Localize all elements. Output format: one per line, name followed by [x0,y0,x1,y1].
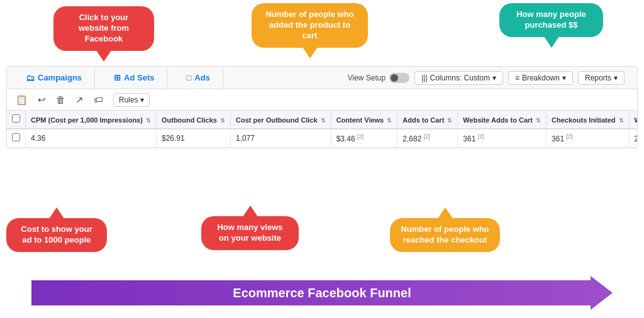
view-setup-toggle[interactable] [389,73,409,83]
funnel-arrow: Ecommerce Facebook Funnel [31,276,613,310]
bubble-purchased: How many people purchased $$ [499,3,603,37]
website-adds-cart-value: 361 [463,134,475,143]
delete-icon[interactable]: 🗑 [53,93,68,106]
nav-bar: 🗂 Campaigns ⊞ Ad Sets □ Ads View Setup |… [7,67,637,89]
campaigns-label: Campaigns [38,73,82,82]
rules-button[interactable]: Rules ▾ [113,93,150,107]
col-adds-cart-label: Adds to Cart [402,116,444,124]
cell-cpm: 4.36 [26,129,157,148]
funnel-container: Ecommerce Facebook Funnel [31,274,613,312]
funnel-label: Ecommerce Facebook Funnel [233,286,411,300]
ads-icon: □ [186,73,191,82]
col-website-adds-cart-sort[interactable]: ⇅ [536,118,541,124]
rules-label: Rules [119,96,138,104]
bubble-added-cart-text: Number of people who added the product t… [265,9,353,40]
col-outbound-clicks: Outbound Clicks ⇅ [156,111,230,129]
col-website-adds-cart: Website Adds to Cart ⇅ [458,111,547,129]
bubble-reached-checkout: Number of people who reached the checkou… [390,218,500,252]
col-adds-cart-sort[interactable]: ⇅ [447,118,452,124]
cell-website-checkouts: 208 [2] [629,129,637,148]
reports-label: Reports [585,74,611,82]
main-container: Click to your website from Facebook Numb… [0,0,644,318]
share-icon[interactable]: ↗ [73,93,86,107]
cpm-value: 4.36 [31,134,45,143]
file-icon[interactable]: 📋 [13,93,30,107]
checkouts-value: 361 [552,134,564,143]
col-website-adds-cart-label: Website Adds to Cart [463,116,533,124]
cell-outbound-clicks: $26.91 [156,129,230,148]
col-outbound-clicks-label: Outbound Clicks [162,116,217,124]
col-cpm-sort[interactable]: ⇅ [146,118,151,124]
tag-icon[interactable]: 🏷 [91,93,106,106]
columns-label: Columns: Custom [430,74,490,82]
bubble-cost-show-text: Cost to show your ad to 1000 people [21,224,92,244]
columns-chevron: ▾ [492,74,496,82]
bubble-cost-show: Cost to show your ad to 1000 people [6,218,107,252]
table-scroll[interactable]: CPM (Cost per 1,000 Impressions) ⇅ Outbo… [7,111,637,148]
outbound-clicks-value: $26.91 [162,134,185,143]
col-checkouts-label: Checkouts Initiated [552,116,615,124]
website-adds-cart-sup: [2] [478,133,484,140]
adds-cart-sup: [2] [424,133,430,140]
col-website-checkouts-label: Website Checkouts Initiated [635,116,637,124]
adsets-tab[interactable]: ⊞ Ad Sets [101,67,167,89]
bubble-purchased-text: How many people purchased $$ [516,9,586,30]
content-views-sup: [2] [357,133,364,140]
col-cost-per-click-label: Cost per Outbound Click [236,116,318,124]
bubble-how-many-views-text: How many views on your website [217,222,282,243]
rules-chevron: ▾ [140,96,144,104]
col-adds-cart: Adds to Cart ⇅ [397,111,458,129]
checkouts-sup: [2] [566,133,572,140]
campaigns-icon: 🗂 [26,73,35,83]
breakdown-icon: ≡ [515,74,519,82]
col-cpm-label: CPM (Cost per 1,000 Impressions) [31,116,143,124]
nav-controls: View Setup ||| Columns: Custom ▾ ≡ Break… [341,71,631,85]
adds-cart-value: 2,682 [402,134,421,143]
col-content-views-label: Content Views [336,116,384,124]
reports-dropdown[interactable]: Reports ▾ [578,71,625,85]
cell-checkouts: 361 [2] [547,129,630,148]
col-website-checkouts: Website Checkouts Initiated ⇅ [629,111,637,129]
ads-tab[interactable]: □ Ads [174,67,223,89]
columns-icon: ||| [421,74,427,82]
table-row: 4.36 $26.91 1,077 $3.46 [2] [7,129,637,148]
toolbar-row: 📋 ↩ 🗑 ↗ 🏷 Rules ▾ [7,89,637,111]
col-content-views: Content Views ⇅ [331,111,397,129]
select-all-checkbox[interactable] [12,114,20,123]
bubble-click-website-text: Click to your website from Facebook [79,13,129,43]
bubble-added-cart: Number of people who added the product t… [252,3,368,48]
undo-icon[interactable]: ↩ [35,93,48,107]
bubble-reached-checkout-text: Number of people who reached the checkou… [401,224,489,244]
cell-website-adds-cart: 361 [2] [458,129,547,148]
adsets-label: Ad Sets [124,73,154,82]
table-header-row: CPM (Cost per 1,000 Impressions) ⇅ Outbo… [7,111,637,129]
col-checkouts: Checkouts Initiated ⇅ [547,111,630,129]
col-outbound-clicks-sort[interactable]: ⇅ [220,118,225,124]
website-checkouts-value: 208 [635,134,637,143]
row-checkbox[interactable] [12,133,20,141]
cell-content-views: $3.46 [2] [331,129,397,148]
view-setup: View Setup [348,73,410,83]
col-checkouts-sort[interactable]: ⇅ [619,118,624,124]
content-views-value: $3.46 [336,134,355,143]
col-content-views-sort[interactable]: ⇅ [387,118,392,124]
cell-cost-per-click: 1,077 [231,129,331,148]
reports-chevron: ▾ [614,74,618,82]
cost-per-click-value: 1,077 [236,134,255,143]
cell-adds-cart: 2,682 [2] [397,129,458,148]
campaigns-tab[interactable]: 🗂 Campaigns [13,67,95,89]
col-cost-per-click-sort[interactable]: ⇅ [321,118,326,124]
col-checkbox [7,111,26,129]
breakdown-dropdown[interactable]: ≡ Breakdown ▾ [508,71,573,85]
view-setup-label: View Setup [348,74,386,82]
ui-area: 🗂 Campaigns ⊞ Ad Sets □ Ads View Setup |… [6,66,638,148]
bubble-click-website: Click to your website from Facebook [53,6,154,51]
arrow-head [591,276,613,310]
col-cpm: CPM (Cost per 1,000 Impressions) ⇅ [26,111,157,129]
col-cost-per-click: Cost per Outbound Click ⇅ [231,111,331,129]
ads-label: Ads [194,73,210,82]
breakdown-label: Breakdown [522,74,560,82]
bubble-how-many-views: How many views on your website [201,216,299,250]
columns-dropdown[interactable]: ||| Columns: Custom ▾ [414,71,503,85]
data-table: CPM (Cost per 1,000 Impressions) ⇅ Outbo… [7,111,637,148]
